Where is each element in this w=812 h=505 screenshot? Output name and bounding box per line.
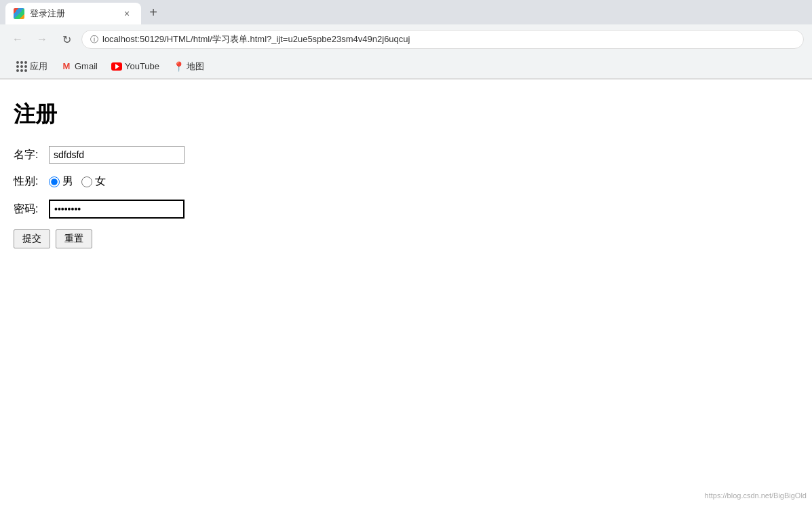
new-tab-button[interactable]: + (144, 3, 163, 22)
url-lock-icon: ⓘ (90, 34, 98, 45)
apps-icon (16, 61, 27, 72)
page-title: 注册 (14, 100, 798, 130)
watermark: https://blog.csdn.net/BigBigOld (705, 491, 807, 500)
bookmarks-bar: 应用 M Gmail YouTube 📍 地图 (0, 54, 812, 79)
youtube-icon (111, 61, 122, 72)
name-input[interactable] (49, 146, 185, 164)
gmail-icon: M (61, 61, 72, 72)
apps-label: 应用 (30, 60, 47, 73)
maps-label: 地图 (187, 60, 204, 73)
gender-male-option[interactable]: 男 (49, 174, 73, 189)
bookmark-maps[interactable]: 📍 地图 (168, 58, 210, 75)
tab-title: 登录注册 (30, 7, 115, 20)
gender-female-radio[interactable] (81, 176, 92, 187)
maps-icon: 📍 (173, 61, 184, 72)
bookmark-gmail[interactable]: M Gmail (56, 58, 103, 75)
url-bar[interactable]: ⓘ localhost:50129/HTML/html/学习表单.html?_i… (81, 30, 804, 49)
name-row: 名字: (14, 146, 798, 164)
gender-female-label: 女 (95, 174, 106, 189)
name-label: 名字: (14, 148, 41, 162)
browser-chrome: 登录注册 × + ← → ↻ ⓘ localhost:50129/HTML/ht… (0, 0, 812, 79)
password-row: 密码: (14, 200, 798, 219)
tab-bar: 登录注册 × + (0, 0, 812, 24)
gender-male-radio[interactable] (49, 176, 60, 187)
forward-button[interactable]: → (33, 30, 52, 49)
gender-female-option[interactable]: 女 (81, 174, 106, 189)
gender-label: 性别: (14, 174, 41, 189)
submit-button[interactable]: 提交 (14, 229, 50, 248)
reload-button[interactable]: ↻ (57, 30, 76, 49)
tab-favicon (14, 8, 24, 19)
back-button[interactable]: ← (8, 30, 27, 49)
address-bar: ← → ↻ ⓘ localhost:50129/HTML/html/学习表单.h… (0, 24, 812, 54)
gmail-label: Gmail (75, 61, 98, 71)
page-content: 注册 名字: 性别: 男 女 密码: 提交 重置 (0, 79, 812, 487)
reset-button[interactable]: 重置 (56, 229, 92, 248)
youtube-label: YouTube (125, 61, 159, 71)
gender-row: 性别: 男 女 (14, 174, 798, 189)
gender-male-label: 男 (62, 174, 73, 189)
url-text: localhost:50129/HTML/html/学习表单.html?_ijt… (102, 33, 410, 45)
active-tab[interactable]: 登录注册 × (5, 3, 141, 24)
tab-close-button[interactable]: × (121, 7, 133, 20)
bookmark-youtube[interactable]: YouTube (106, 58, 165, 75)
password-input[interactable] (49, 200, 185, 219)
bookmark-apps[interactable]: 应用 (11, 58, 53, 75)
form-buttons: 提交 重置 (14, 229, 798, 248)
gender-radio-group: 男 女 (49, 174, 106, 189)
password-label: 密码: (14, 202, 41, 217)
